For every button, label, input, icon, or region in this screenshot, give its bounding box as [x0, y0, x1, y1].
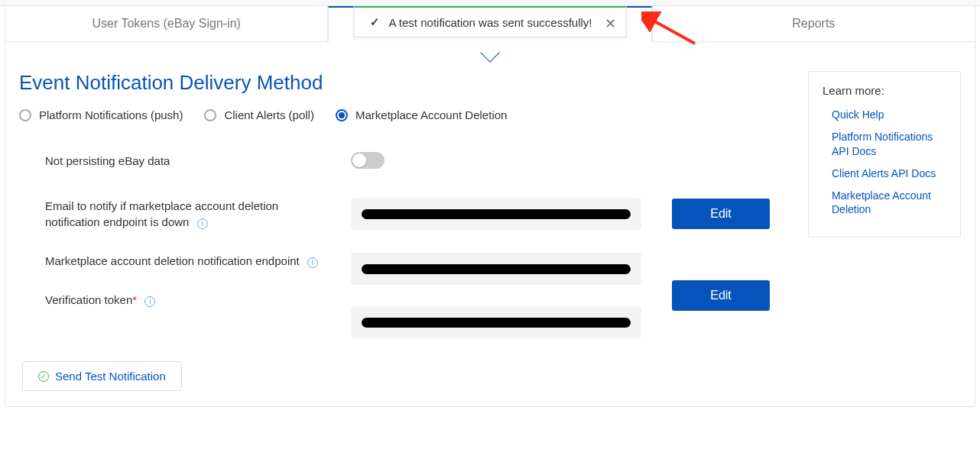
toast-notification: ✓ A test notification was sent successfu… — [354, 6, 627, 37]
radio-icon — [19, 109, 31, 121]
endpoint-label: Marketplace account deletion notificatio… — [45, 253, 320, 269]
radio-label: Client Alerts (poll) — [224, 108, 314, 121]
toggle-knob — [352, 153, 366, 167]
link-marketplace-deletion[interactable]: Marketplace Account Deletion — [832, 189, 946, 218]
email-label: Email to notify if marketplace account d… — [45, 198, 320, 230]
link-client-alerts-docs[interactable]: Client Alerts API Docs — [832, 166, 946, 181]
toast-message: A test notification was sent successfull… — [389, 16, 592, 29]
tab-reports[interactable]: Reports — [652, 6, 975, 42]
tabs-row: User Tokens (eBay Sign-in) Reports ✓ A t… — [0, 6, 980, 42]
radio-marketplace-deletion[interactable]: Marketplace Account Deletion — [336, 108, 507, 121]
info-icon[interactable]: i — [144, 296, 155, 307]
email-field[interactable] — [351, 198, 641, 230]
info-icon[interactable]: i — [307, 257, 318, 268]
edit-email-button[interactable]: Edit — [672, 199, 770, 229]
radio-label: Platform Notifications (push) — [39, 108, 183, 121]
check-circle-icon: ✓ — [38, 371, 49, 382]
checkmark-icon: ✓ — [370, 15, 380, 29]
radio-icon — [204, 109, 216, 121]
radio-label: Marketplace Account Deletion — [355, 108, 507, 121]
send-test-label: Send Test Notification — [55, 370, 166, 383]
radio-icon — [336, 109, 348, 121]
send-test-notification-button[interactable]: ✓ Send Test Notification — [22, 361, 182, 391]
close-icon[interactable]: ✕ — [605, 15, 616, 32]
radio-platform-notifications[interactable]: Platform Notifications (push) — [19, 108, 183, 121]
link-platform-docs[interactable]: Platform Notifications API Docs — [832, 130, 946, 159]
token-field[interactable] — [351, 306, 641, 338]
tab-user-tokens[interactable]: User Tokens (eBay Sign-in) — [5, 6, 328, 42]
main-content: Event Notification Delivery Method Platf… — [5, 42, 975, 407]
link-quick-help[interactable]: Quick Help — [832, 108, 946, 122]
learn-more-title: Learn more: — [823, 84, 946, 97]
learn-more-panel: Learn more: Quick Help Platform Notifica… — [808, 71, 961, 238]
persist-data-toggle[interactable] — [351, 152, 385, 169]
endpoint-token-row: Marketplace account deletion notificatio… — [45, 253, 961, 338]
persist-data-label: Not persisting eBay data — [45, 153, 320, 169]
radio-client-alerts[interactable]: Client Alerts (poll) — [204, 108, 314, 121]
token-label: Verification token* i — [45, 292, 320, 308]
edit-endpoint-button[interactable]: Edit — [672, 280, 770, 311]
info-icon[interactable]: i — [197, 218, 208, 229]
endpoint-field[interactable] — [351, 253, 641, 285]
